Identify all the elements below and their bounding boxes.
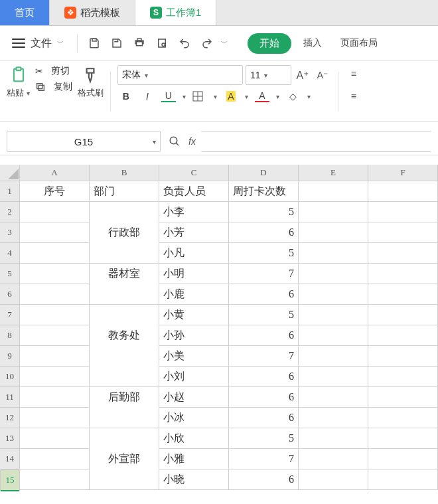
cell[interactable]: 5	[229, 305, 299, 325]
cell[interactable]	[299, 222, 368, 243]
col-header[interactable]: B	[90, 165, 159, 181]
cell[interactable]	[299, 325, 368, 346]
row-header[interactable]: 7	[0, 305, 20, 325]
cell[interactable]: 7	[229, 449, 299, 469]
redo-icon[interactable]	[198, 35, 216, 52]
cell[interactable]: 后勤部	[90, 387, 159, 408]
cell[interactable]	[20, 243, 90, 264]
border-button[interactable]	[192, 91, 207, 102]
cell[interactable]	[90, 408, 159, 428]
cell[interactable]	[299, 408, 368, 428]
cell[interactable]	[90, 428, 159, 449]
undo-icon[interactable]	[176, 35, 193, 52]
cell[interactable]	[90, 305, 159, 325]
cell[interactable]	[299, 243, 368, 264]
cell[interactable]	[299, 202, 368, 222]
col-header[interactable]: A	[20, 165, 90, 181]
cell[interactable]	[20, 222, 90, 243]
cell[interactable]	[90, 284, 159, 305]
cell[interactable]: 负责人员	[159, 181, 229, 202]
cell[interactable]	[20, 469, 90, 490]
row-header[interactable]: 4	[0, 243, 20, 264]
save-as-icon[interactable]	[108, 35, 125, 52]
cell[interactable]: 6	[229, 367, 299, 387]
cell[interactable]: 部门	[90, 181, 159, 202]
col-header[interactable]: F	[368, 165, 438, 181]
format-painter-button[interactable]: 格式刷	[78, 65, 104, 99]
cell[interactable]: 序号	[20, 181, 90, 202]
row-header[interactable]: 2	[0, 202, 20, 222]
cell[interactable]	[90, 469, 159, 490]
cell[interactable]	[368, 181, 438, 202]
row-header[interactable]: 6	[0, 284, 20, 305]
spreadsheet-grid[interactable]: A B C D E F 1 序号 部门 负责人员 周打卡次数 2 小李 5 3 …	[0, 165, 438, 491]
row-header[interactable]: 10	[0, 367, 20, 387]
row-header[interactable]: 15	[0, 469, 20, 491]
align-top-icon[interactable]: ≡	[345, 65, 362, 82]
cell[interactable]: 5	[229, 243, 299, 264]
cell[interactable]: 6	[229, 408, 299, 428]
cell[interactable]: 行政部	[90, 222, 159, 243]
cell[interactable]: 小赵	[159, 387, 229, 408]
cell[interactable]	[20, 325, 90, 346]
cell[interactable]	[20, 449, 90, 469]
underline-button[interactable]: U	[161, 90, 176, 102]
cell[interactable]: 教务处	[90, 325, 159, 346]
cell[interactable]: 小晓	[159, 469, 229, 490]
cut-button[interactable]: ✂ 剪切	[35, 65, 72, 77]
cell[interactable]	[368, 222, 438, 243]
copy-button[interactable]: 复制	[35, 81, 72, 93]
cell[interactable]: 器材室	[90, 264, 159, 284]
page-layout-tab[interactable]: 页面布局	[334, 33, 384, 53]
cell[interactable]: 小黄	[159, 305, 229, 325]
cell[interactable]	[368, 202, 438, 222]
cell[interactable]: 小冰	[159, 408, 229, 428]
print-icon[interactable]	[131, 35, 148, 52]
tab-home[interactable]: 首页	[0, 0, 50, 25]
cell[interactable]	[299, 264, 368, 284]
cell[interactable]	[299, 428, 368, 449]
align-bottom-icon[interactable]: ≡	[345, 88, 362, 105]
save-icon[interactable]	[86, 35, 103, 52]
cell[interactable]	[299, 449, 368, 469]
cell[interactable]: 5	[229, 202, 299, 222]
col-header[interactable]: D	[229, 165, 299, 181]
qat-more-icon[interactable]: ﹀	[221, 39, 228, 48]
decrease-font-icon[interactable]: A⁻	[314, 66, 331, 84]
cell[interactable]	[299, 346, 368, 367]
formula-input[interactable]	[201, 131, 431, 152]
tab-workbook[interactable]: S 工作簿1	[135, 0, 216, 25]
increase-font-icon[interactable]: A⁺	[294, 66, 311, 84]
start-tab[interactable]: 开始	[248, 33, 291, 54]
cell[interactable]: 6	[229, 325, 299, 346]
cell[interactable]	[20, 367, 90, 387]
cell[interactable]: 外宣部	[90, 449, 159, 469]
cell[interactable]	[368, 449, 438, 469]
cell[interactable]: 6	[229, 387, 299, 408]
row-header[interactable]: 12	[0, 408, 20, 428]
cell[interactable]: 小刘	[159, 367, 229, 387]
cell[interactable]	[299, 181, 368, 202]
cell[interactable]	[368, 346, 438, 367]
cell[interactable]: 6	[229, 469, 299, 490]
cell[interactable]	[368, 387, 438, 408]
zoom-icon[interactable]	[166, 133, 183, 150]
cell[interactable]	[368, 367, 438, 387]
cell[interactable]	[368, 428, 438, 449]
row-header[interactable]: 14	[0, 449, 20, 469]
font-name-select[interactable]: 宋体▾	[117, 65, 243, 85]
tab-template[interactable]: ❖ 稻壳模板	[50, 0, 135, 25]
cell[interactable]	[20, 264, 90, 284]
font-size-select[interactable]: 11▾	[246, 65, 291, 85]
insert-tab[interactable]: 插入	[297, 33, 328, 53]
cell[interactable]: 小芳	[159, 222, 229, 243]
cell[interactable]	[20, 202, 90, 222]
cell[interactable]	[368, 325, 438, 346]
row-header[interactable]: 9	[0, 346, 20, 367]
row-header[interactable]: 8	[0, 325, 20, 346]
col-header[interactable]: C	[159, 165, 229, 181]
cell[interactable]	[299, 305, 368, 325]
row-header[interactable]: 1	[0, 181, 20, 202]
cell[interactable]: 小雅	[159, 449, 229, 469]
name-box[interactable]: G15▾	[7, 131, 161, 152]
